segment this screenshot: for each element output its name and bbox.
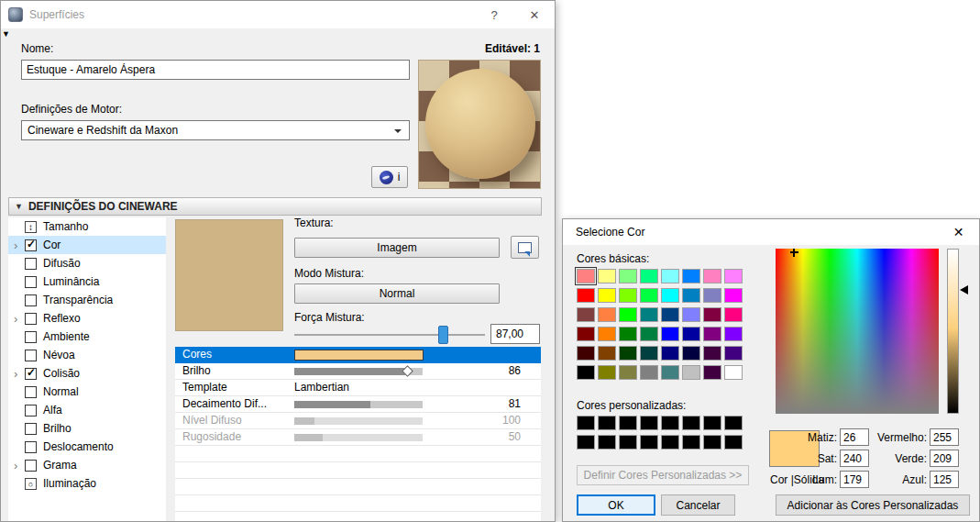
color-swatch[interactable] <box>577 346 595 361</box>
color-swatch[interactable] <box>682 269 700 283</box>
expand-chevron-icon[interactable]: › <box>12 313 25 325</box>
color-swatch[interactable] <box>661 416 679 430</box>
cineware-section-header[interactable]: ▼ DEFINIÇÕES DO CINEWARE <box>8 197 542 216</box>
property-row[interactable]: Nível Difuso100 <box>175 413 541 429</box>
tree-item[interactable]: Iluminação <box>8 474 166 493</box>
surfaces-titlebar[interactable]: Superfícies ? ✕ <box>1 1 555 28</box>
color-swatch[interactable] <box>577 435 595 450</box>
cancel-button[interactable]: Cancelar <box>661 494 735 516</box>
color-swatch[interactable] <box>703 346 721 361</box>
blend-mode-button[interactable]: Normal <box>294 283 500 304</box>
field-input[interactable] <box>840 471 869 488</box>
channel-checkbox[interactable] <box>25 441 37 453</box>
color-swatch[interactable] <box>598 288 616 303</box>
color-swatch[interactable] <box>598 346 616 361</box>
color-swatch[interactable] <box>682 346 700 361</box>
field-input[interactable] <box>930 428 959 446</box>
color-swatch[interactable] <box>682 365 700 380</box>
color-swatch[interactable] <box>640 307 658 322</box>
channel-checkbox[interactable] <box>25 294 37 306</box>
color-swatch[interactable] <box>661 269 679 283</box>
color-swatch[interactable] <box>598 365 616 380</box>
panel-collapse-icon[interactable]: ▼ <box>2 29 10 39</box>
tree-item[interactable]: ›Colisão <box>8 364 166 383</box>
property-row[interactable]: TemplateLambertian <box>175 380 541 396</box>
hue-saturation-field[interactable] <box>776 249 939 414</box>
close-icon[interactable]: ✕ <box>938 219 979 245</box>
color-swatch[interactable] <box>703 288 721 303</box>
color-swatch[interactable] <box>577 416 595 430</box>
color-swatch[interactable] <box>703 416 721 430</box>
tree-item[interactable]: Luminância <box>8 272 166 291</box>
color-swatch[interactable] <box>724 346 743 361</box>
color-swatch[interactable] <box>598 307 616 322</box>
tree-item[interactable]: ›Reflexo <box>8 309 166 328</box>
field-input[interactable] <box>930 471 959 488</box>
expand-chevron-icon[interactable]: › <box>12 368 25 380</box>
color-swatch[interactable] <box>577 365 595 380</box>
color-swatch[interactable] <box>640 346 658 361</box>
color-swatch[interactable] <box>619 307 637 322</box>
color-swatch[interactable] <box>619 327 637 341</box>
slider-track[interactable] <box>294 434 423 441</box>
expand-chevron-icon[interactable]: › <box>12 239 25 251</box>
cineware-info-button[interactable]: i <box>371 166 408 188</box>
color-swatch[interactable] <box>619 435 637 450</box>
tree-item[interactable]: Normal <box>8 383 166 401</box>
color-swatch[interactable] <box>703 307 721 322</box>
color-dialog-titlebar[interactable]: Selecione Cor ✕ <box>563 219 979 245</box>
slider-thumb[interactable] <box>438 326 448 344</box>
channel-checkbox[interactable] <box>25 350 37 361</box>
tree-item[interactable]: Difusão <box>8 254 166 272</box>
tree-item[interactable]: Tamanho <box>8 217 166 236</box>
color-swatch[interactable] <box>682 327 700 341</box>
color-swatch[interactable] <box>577 327 595 341</box>
tree-item[interactable]: Ambiente <box>8 328 166 346</box>
color-swatch[interactable] <box>619 269 637 283</box>
color-swatch[interactable] <box>724 416 743 430</box>
color-swatch[interactable] <box>724 269 743 283</box>
expand-chevron-icon[interactable]: › <box>12 460 25 472</box>
field-input[interactable] <box>930 450 959 467</box>
color-swatch[interactable] <box>640 269 658 283</box>
channel-checkbox[interactable] <box>25 405 37 416</box>
tree-item[interactable]: Transparência <box>8 291 166 309</box>
color-swatch[interactable] <box>619 365 637 380</box>
channel-checkbox[interactable] <box>25 460 37 472</box>
color-swatch[interactable] <box>724 365 743 380</box>
slider-track[interactable] <box>294 401 423 408</box>
color-swatch[interactable] <box>661 435 679 450</box>
property-color-swatch[interactable] <box>294 350 424 361</box>
add-to-custom-colors-button[interactable]: Adicionar às Cores Personalizadas <box>776 494 970 516</box>
color-swatch[interactable] <box>724 327 743 341</box>
luminance-arrow-icon[interactable] <box>960 285 968 294</box>
color-swatch[interactable] <box>661 307 679 322</box>
tree-item[interactable]: Névoa <box>8 346 166 364</box>
color-swatch[interactable] <box>640 288 658 303</box>
color-swatch[interactable] <box>661 288 679 303</box>
channel-checkbox[interactable] <box>25 386 37 398</box>
field-input[interactable] <box>840 450 869 467</box>
luminance-bar[interactable] <box>947 249 959 414</box>
color-swatch[interactable] <box>682 435 700 450</box>
color-swatch[interactable] <box>619 346 637 361</box>
color-swatch[interactable] <box>598 327 616 341</box>
channel-checkbox[interactable] <box>25 239 37 251</box>
channel-checkbox[interactable] <box>25 331 37 343</box>
color-swatch[interactable] <box>703 269 721 283</box>
tree-item[interactable]: ›Cor <box>8 236 166 254</box>
channel-checkbox[interactable] <box>25 258 37 270</box>
channel-checkbox[interactable] <box>25 368 37 380</box>
color-swatch[interactable] <box>682 288 700 303</box>
channel-checkbox[interactable] <box>25 423 37 435</box>
color-swatch[interactable] <box>724 435 743 450</box>
color-swatch[interactable] <box>682 416 700 430</box>
color-swatch[interactable] <box>619 416 637 430</box>
color-swatch[interactable] <box>682 307 700 322</box>
color-swatch[interactable] <box>661 346 679 361</box>
tree-item[interactable]: Brilho <box>8 419 166 438</box>
tree-item[interactable]: Alfa <box>8 401 166 419</box>
close-icon[interactable]: ✕ <box>514 1 555 28</box>
color-swatch[interactable] <box>577 288 595 303</box>
tree-item[interactable]: Deslocamento <box>8 438 166 456</box>
